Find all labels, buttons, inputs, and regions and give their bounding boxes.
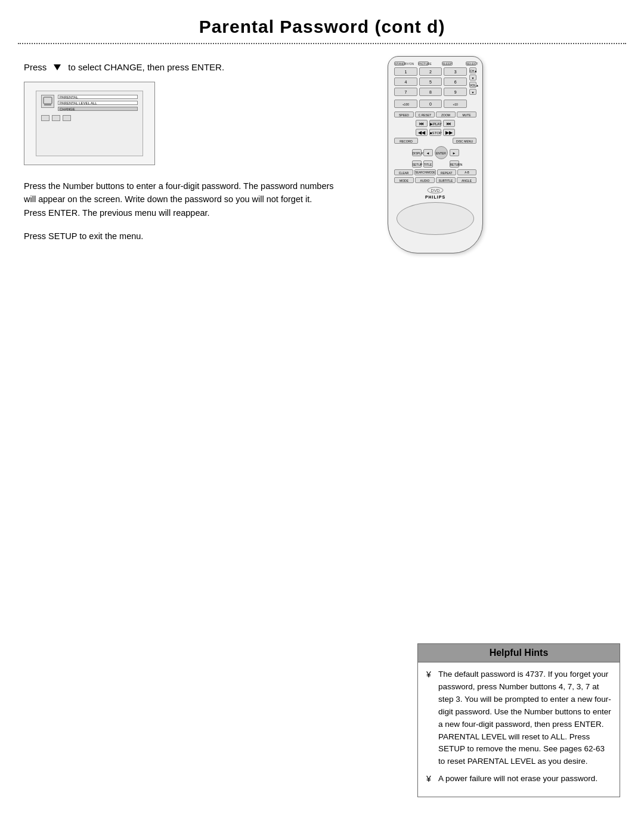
btn-3[interactable]: 3 bbox=[444, 67, 467, 76]
hint-item-1: ¥ The default password is 4737. If you f… bbox=[426, 668, 611, 768]
nav-top-row: DISPLAY ◄ ENTER ► bbox=[412, 146, 459, 159]
nav-right-button[interactable]: ► bbox=[450, 149, 459, 156]
right-column: STANDBY/ON PICTURE SLEEP SELECT 1 2 3 4 … bbox=[346, 62, 525, 253]
bottom-row-2: MODE AUDIO SUBTITLE ANGLE bbox=[394, 177, 476, 183]
tv-icon bbox=[41, 95, 54, 108]
tv-bottom-icon-2 bbox=[52, 115, 60, 121]
ch-col: CH▲ ▼ VOL▲ ▼ bbox=[469, 67, 476, 98]
subtitle-button[interactable]: SUBTITLE bbox=[436, 177, 456, 183]
btn-8[interactable]: 8 bbox=[419, 88, 442, 96]
section-divider bbox=[18, 43, 626, 44]
vol-down-button[interactable]: ▼ bbox=[469, 89, 476, 95]
btn-4[interactable]: 4 bbox=[394, 78, 417, 86]
hint-text-1: The default password is 4737. If you for… bbox=[438, 668, 611, 768]
mute-button[interactable]: MUTE bbox=[457, 112, 476, 117]
btn-1[interactable]: 1 bbox=[394, 67, 417, 76]
helpful-hints-section: Helpful Hints ¥ The default password is … bbox=[417, 643, 620, 797]
vol-up-button[interactable]: VOL▲ bbox=[469, 82, 476, 88]
setup-button[interactable]: SETUP bbox=[412, 160, 422, 168]
btn-plus10[interactable]: +10 bbox=[444, 100, 467, 108]
bottom-row-1: CLEAR SEARCH/MODE REPEAT A-B bbox=[394, 169, 476, 175]
display-button[interactable]: DISPLAY bbox=[412, 149, 422, 156]
nav-controls: DISPLAY ◄ ENTER ► SETUP TITLE RETURN bbox=[394, 146, 476, 168]
hint-bullet-2: ¥ bbox=[426, 773, 435, 786]
stop-button[interactable]: ■STOP bbox=[429, 129, 441, 136]
tv-bottom-icon-3 bbox=[63, 115, 71, 121]
instruction-line-1: Press to select CHANGE, then press ENTER… bbox=[24, 62, 334, 72]
left-column: Press to select CHANGE, then press ENTER… bbox=[24, 62, 334, 253]
dvd-logo: DVD bbox=[394, 186, 476, 195]
tv-menu-line-level: PARENTAL LEVEL ALL bbox=[58, 101, 138, 105]
play-button[interactable]: ▶PLAY bbox=[429, 120, 441, 127]
next-button[interactable]: ⏭ bbox=[443, 120, 455, 127]
angle-button[interactable]: ANGLE bbox=[457, 177, 476, 183]
repeat-button-2[interactable]: A-B bbox=[457, 169, 476, 175]
zoom-button[interactable]: ZOOM bbox=[436, 112, 456, 117]
tv-screen-mockup: PARENTAL PARENTAL LEVEL ALL CHANGE bbox=[24, 82, 155, 165]
btn-7[interactable]: 7 bbox=[394, 88, 417, 96]
hint-bullet-1: ¥ bbox=[426, 668, 435, 768]
ch-up-button[interactable]: CH▲ bbox=[469, 67, 476, 73]
nav-left-button[interactable]: ◄ bbox=[423, 149, 433, 156]
picture-button[interactable]: PICTURE bbox=[418, 61, 429, 66]
record-disc-row: RECORD DISC MENU bbox=[394, 138, 476, 144]
helpful-hints-body: ¥ The default password is 4737. If you f… bbox=[417, 662, 620, 797]
transport-controls: ⏮ ▶PLAY ⏭ ◀◀ ■STOP ▶▶ bbox=[394, 120, 476, 136]
plus-num-grid: +100 0 +10 bbox=[394, 100, 467, 108]
instruction-suffix: to select CHANGE, then press ENTER. bbox=[68, 62, 224, 72]
btn-5[interactable]: 5 bbox=[419, 78, 442, 86]
svg-text:DVD: DVD bbox=[431, 188, 440, 193]
tv-menu-line-change: CHANGE bbox=[58, 107, 138, 111]
search-mode-button[interactable]: SEARCH/MODE bbox=[414, 169, 436, 175]
return-button[interactable]: RETURN bbox=[450, 160, 459, 168]
btn-6[interactable]: 6 bbox=[444, 78, 467, 86]
btn-9[interactable]: 9 bbox=[444, 88, 467, 96]
num-grid: 1 2 3 4 5 6 7 8 9 bbox=[394, 67, 467, 96]
btn-0[interactable]: 0 bbox=[419, 100, 442, 108]
page-title: Parental Password (cont d) bbox=[0, 0, 644, 43]
disc-menu-button[interactable]: DISC MENU bbox=[453, 138, 476, 144]
transport-row-1: ⏮ ▶PLAY ⏭ bbox=[416, 120, 455, 127]
tv-menu-display: PARENTAL PARENTAL LEVEL ALL CHANGE bbox=[36, 91, 143, 156]
main-content: Press to select CHANGE, then press ENTER… bbox=[0, 62, 644, 253]
audio-button[interactable]: AUDIO bbox=[415, 177, 435, 183]
speed-button[interactable]: SPEED bbox=[394, 112, 414, 117]
standby-button[interactable]: STANDBY/ON bbox=[394, 61, 405, 66]
hint-item-2: ¥ A power failure will not erase your pa… bbox=[426, 773, 611, 786]
remote-top-labels: STANDBY/ON PICTURE SLEEP SELECT bbox=[394, 61, 476, 66]
prev-button[interactable]: ⏮ bbox=[416, 120, 428, 127]
tv-menu-line-parental: PARENTAL bbox=[58, 95, 138, 99]
creset-button[interactable]: C.RESET bbox=[415, 112, 435, 117]
svg-rect-0 bbox=[44, 97, 52, 104]
title-button[interactable]: TITLE bbox=[423, 160, 433, 168]
transport-row-2: ◀◀ ■STOP ▶▶ bbox=[416, 129, 455, 136]
svg-rect-1 bbox=[44, 104, 51, 106]
sleep-button[interactable]: SLEEP bbox=[442, 61, 453, 66]
helpful-hints-header: Helpful Hints bbox=[417, 643, 620, 662]
tv-menu-lines: PARENTAL PARENTAL LEVEL ALL CHANGE bbox=[58, 95, 138, 113]
speed-row: SPEED C.RESET ZOOM MUTE bbox=[394, 112, 476, 117]
select-button[interactable]: SELECT bbox=[466, 61, 476, 66]
btn-2[interactable]: 2 bbox=[419, 67, 442, 76]
mode-button[interactable]: MODE bbox=[394, 177, 414, 183]
record-button[interactable]: RECORD bbox=[394, 138, 418, 144]
remote-bottom-rows: CLEAR SEARCH/MODE REPEAT A-B MODE AUDIO … bbox=[394, 169, 476, 183]
hint-text-2: A power failure will not erase your pass… bbox=[438, 773, 611, 786]
remote-wrapper: STANDBY/ON PICTURE SLEEP SELECT 1 2 3 4 … bbox=[370, 56, 501, 253]
repeat-button-1[interactable]: REPEAT bbox=[437, 169, 456, 175]
remote-oval-base bbox=[397, 202, 474, 235]
instruction-prefix: Press bbox=[24, 62, 47, 72]
philips-logo: PHILIPS bbox=[394, 195, 476, 199]
tv-bottom-icon-1 bbox=[41, 115, 49, 121]
btn-plus100[interactable]: +100 bbox=[394, 100, 417, 108]
rewind-button[interactable]: ◀◀ bbox=[416, 129, 428, 136]
nav-bottom-row: SETUP TITLE RETURN bbox=[412, 160, 459, 168]
down-arrow-icon bbox=[54, 64, 61, 70]
remote-control: STANDBY/ON PICTURE SLEEP SELECT 1 2 3 4 … bbox=[388, 56, 483, 253]
press-setup-instruction: Press SETUP to exit the menu. bbox=[24, 231, 334, 241]
ch-down-button[interactable]: ▼ bbox=[469, 75, 476, 80]
clear-button[interactable]: CLEAR bbox=[394, 169, 413, 175]
enter-button[interactable]: ENTER bbox=[435, 146, 448, 159]
ff-button[interactable]: ▶▶ bbox=[443, 129, 455, 136]
instruction-paragraph: Press the Number buttons to enter a four… bbox=[24, 179, 334, 219]
